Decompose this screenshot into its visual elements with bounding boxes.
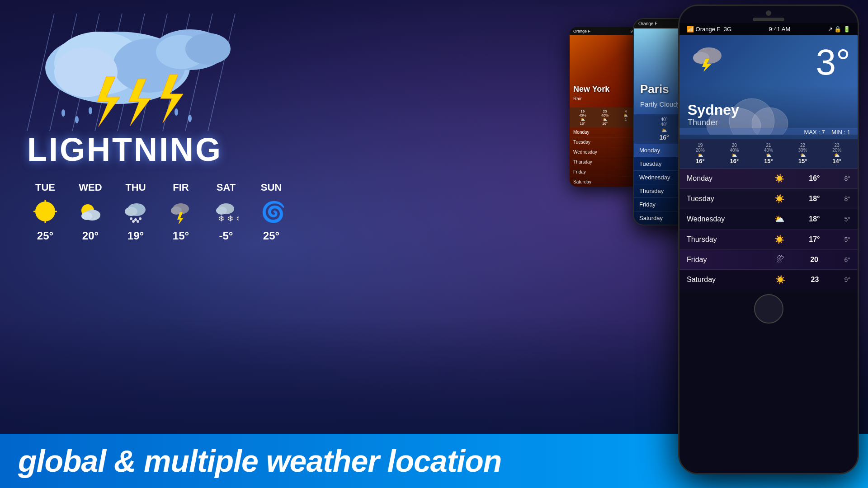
phone-sydney: 📶 Orange F 3G 9:41 AM ↗ 🔒 🔋 [678,5,859,474]
sydney-day-wed-high: 18° [809,215,820,223]
day-name-sat: SAT [217,182,236,193]
sydney-bottom [679,290,858,328]
forecast-day-sat: SAT ❄ ❄ ❄ -5° [203,182,249,242]
day-temp-wed: 20° [82,230,99,242]
svg-point-19 [61,109,65,117]
sydney-day-thu-low: 5° [844,236,850,243]
sydney-day-mon: Monday ☀️ 16° 8° [679,169,858,189]
sydney-header: 3° Sydney Thunder MAX : 7 MIN : 1 [679,35,858,139]
day-temp-thu: 19° [127,230,144,242]
ny-day-sat: Saturday [570,177,637,187]
sydney-day-wed-icon: ⛅ [774,214,784,224]
svg-text:❄ ❄ ❄: ❄ ❄ ❄ [218,214,239,223]
day-icon-tue [31,197,60,226]
sydney-strip-1: 19 20% ⛅ 16° [696,143,705,164]
sydney-day-mon-high: 16° [809,174,820,183]
sydney-day-wed-name: Wednesday [687,215,750,223]
sydney-strip-5: 23 20% ⛅ 14° [832,143,841,164]
svg-point-24 [35,202,55,221]
sydney-status-bar: 📶 Orange F 3G 9:41 AM ↗ 🔒 🔋 [679,23,858,35]
sydney-day-sat-high: 23 [811,276,819,284]
svg-point-21 [89,107,92,114]
sydney-condition-label: Thunder [688,118,718,127]
sydney-day-tue-high: 18° [809,195,820,203]
bottom-banner-text: global & multiple weather location [18,443,501,479]
left-weather-section: LIGHTNING TUE 25° WED 20° THU [18,14,312,242]
sydney-weather-icon [689,44,725,73]
sydney-home-button[interactable] [754,294,783,324]
svg-line-8 [208,14,235,131]
sydney-strip-4: 22 30% ⛅ 15° [798,143,807,164]
day-temp-tue: 25° [37,230,53,242]
sydney-min-val: MIN : 1 [831,129,850,136]
sydney-strip-3: 21 40% ⛅ 15° [764,143,773,164]
ny-day-tue: Tuesday [570,137,637,147]
paris-carrier: Orange F [638,21,657,26]
ny-carrier: Orange F [573,29,590,33]
sydney-day-sat-name: Saturday [687,276,750,284]
ny-day-mon: Monday [570,127,637,137]
ny-day-fri: Friday [570,167,637,177]
ny-strip-1: 1940%⛅16° [579,109,586,126]
sydney-day-thu-icon: ☀️ [774,235,784,244]
ny-day-thu: Thursday [570,157,637,167]
ny-header: New York Rain [570,35,637,108]
svg-point-34 [130,217,132,220]
ny-status-bar: Orange F 9: [570,27,637,35]
day-name-fri: FIR [173,182,189,193]
cloud-lightning-svg [18,14,244,131]
sydney-day-fri-high: 20 [810,256,818,264]
ny-city-label: New York [573,84,609,94]
sydney-day-sat-low: 9° [844,276,850,283]
sydney-strip-2: 20 40% ⛅ 16° [730,143,739,164]
sydney-camera [766,10,771,16]
sydney-day-fri-icon: ⛈ [776,255,784,264]
day-temp-sat: -5° [219,230,233,242]
sydney-day-mon-low: 8° [844,175,850,182]
sydney-day-tue-icon: ☀️ [774,194,784,204]
day-temp-sun: 25° [263,230,279,242]
sydney-forecast-strip: 19 20% ⛅ 16° 20 40% ⛅ 16° 21 40% ⛅ 15° 2… [679,139,858,169]
sydney-day-mon-name: Monday [687,174,750,183]
day-temp-fri: 15° [173,230,189,242]
day-name-sun: SUN [261,182,282,193]
svg-point-15 [185,33,231,65]
svg-point-36 [139,217,142,220]
sydney-day-mon-icon: ☀️ [774,174,784,183]
ny-condition-label: Rain [573,96,583,101]
svg-point-35 [134,218,137,221]
svg-point-43 [216,206,227,215]
ny-strip-2: 2040%⛅16° [601,109,609,126]
weather-type-label: LIGHTNING [18,131,312,168]
sydney-day-wed-low: 5° [844,216,850,223]
svg-point-22 [175,108,178,116]
paris-city-label: Paris [640,82,669,96]
svg-point-38 [137,220,139,223]
weekly-forecast: TUE 25° WED 20° THU [23,182,312,242]
sydney-day-thu-name: Thursday [687,235,750,244]
sydney-day-fri: Friday ⛈ 20 6° [679,250,858,270]
paris-condition-label: Partly Cloudy [640,100,680,108]
sydney-max-val: MAX : 7 [804,129,825,136]
sydney-max: MAX : 7 MIN : 1 [804,129,850,136]
day-name-wed: WED [79,182,102,193]
sydney-daily-list: Monday ☀️ 16° 8° Tuesday ☀️ 18° 8° Wedne… [679,169,858,290]
day-name-thu: THU [125,182,146,193]
sydney-day-thu-high: 17° [809,235,820,244]
weather-illustration [18,14,244,131]
sydney-day-tue-name: Tuesday [687,195,750,203]
svg-point-20 [75,116,79,123]
day-icon-fri [166,197,195,226]
sydney-day-sat-icon: ☀️ [775,275,785,285]
sydney-day-tue-low: 8° [844,195,850,202]
phones-container: Orange F 9: New York Rain 1940%⛅16° 2040… [289,0,868,488]
svg-point-23 [188,115,192,122]
sydney-day-tue: Tuesday ☀️ 18° 8° [679,189,858,209]
forecast-day-thu: THU 19° [113,182,158,242]
day-name-tue: TUE [35,182,55,193]
day-icon-wed [76,197,105,226]
svg-text:🌀: 🌀 [261,200,284,224]
phone-new-york: Orange F 9: New York Rain 1940%⛅16° 2040… [570,27,637,187]
forecast-day-sun: SUN 🌀 25° [249,182,294,242]
ny-strip-3: 4⛅1 [623,109,628,126]
